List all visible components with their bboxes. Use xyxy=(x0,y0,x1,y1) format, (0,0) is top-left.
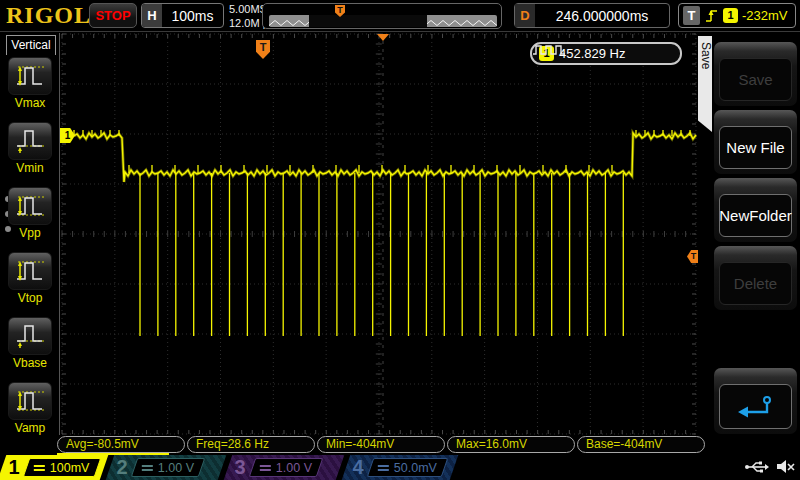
return-button[interactable] xyxy=(719,384,792,429)
vmax-button[interactable] xyxy=(8,57,52,95)
new-folder-button-block: NewFolder xyxy=(714,178,797,242)
frequency-counter: 1 452.829 Hz xyxy=(530,42,682,65)
square-wave-icon xyxy=(532,44,566,56)
frequency-value: 452.829 Hz xyxy=(559,46,626,61)
vpp-measure-icon xyxy=(14,192,46,220)
vbase-label: Vbase xyxy=(0,356,60,370)
measurement-base: Base=-404mV xyxy=(577,436,705,453)
trigger-source-badge: 1 xyxy=(723,8,738,23)
waveform-overview-strip[interactable]: T xyxy=(262,3,502,29)
vbase-button[interactable] xyxy=(8,317,52,355)
channel-status-bar: 1 100mV 2 1.00 V 3 1.00 V xyxy=(0,455,800,480)
channel-2-status[interactable]: 2 1.00 V xyxy=(106,455,227,480)
measurement-max: Max=16.0mV xyxy=(447,436,575,453)
trigger-position-icon xyxy=(377,34,389,41)
channel-3-scale: 1.00 V xyxy=(276,461,312,475)
vmax-label: Vmax xyxy=(0,96,60,110)
vamp-button[interactable] xyxy=(8,382,52,420)
delay-value: 246.000000ms xyxy=(535,8,669,24)
save-button[interactable]: Save xyxy=(719,58,792,101)
vmax-measure-icon xyxy=(14,62,46,90)
channel-1-number: 1 xyxy=(2,456,26,479)
vmin-button[interactable] xyxy=(8,122,52,160)
dc-coupling-icon xyxy=(378,465,389,471)
new-folder-button[interactable]: NewFolder xyxy=(719,194,792,237)
usb-icon xyxy=(744,459,770,475)
delete-button[interactable]: Delete xyxy=(719,262,792,305)
delay-box[interactable]: D 246.000000ms xyxy=(514,3,670,28)
vtop-button[interactable] xyxy=(8,252,52,290)
save-button-block: Save xyxy=(714,42,797,106)
channel-4-scale: 50.0mV xyxy=(394,461,437,475)
channel-3-number: 3 xyxy=(228,456,252,479)
measurement-results-bar: Avg=-80.5mV Freq=28.6 Hz Min=-404mV Max=… xyxy=(0,435,800,455)
horizontal-timebase-box[interactable]: H 100ms xyxy=(141,3,224,28)
delete-button-block: Delete xyxy=(714,246,797,310)
return-button-block xyxy=(714,368,797,434)
measurement-avg: Avg=-80.5mV xyxy=(57,436,185,453)
system-icons xyxy=(744,458,795,475)
vbase-measure-icon xyxy=(14,322,46,350)
channel-2-scale: 1.00 V xyxy=(158,461,194,475)
vpp-label: Vpp xyxy=(0,226,60,240)
vamp-measure-icon xyxy=(14,387,46,415)
edge-trigger-icon xyxy=(704,7,719,25)
trigger-level-value: -232mV xyxy=(742,8,788,23)
menu-tab-label: Save xyxy=(699,42,713,69)
measure-category-title: Vertical xyxy=(6,35,56,55)
measurement-freq: Freq=28.6 Hz xyxy=(187,436,315,453)
waveform-display-area[interactable]: 1 T 1 452.829 Hz T xyxy=(60,33,698,435)
vtop-measure-icon xyxy=(14,257,46,285)
channel-1-scale: 100mV xyxy=(50,461,90,475)
measurement-min: Min=-404mV xyxy=(317,436,445,453)
trigger-info-box[interactable]: T 1 -232mV xyxy=(678,3,796,28)
vamp-label: Vamp xyxy=(0,421,60,435)
trigger-icon-label: T xyxy=(683,6,700,25)
oscilloscope-screen: RIGOL STOP H 100ms 5.00MSa/s 12.0M pts T… xyxy=(0,0,800,480)
new-file-button-block: New File xyxy=(714,110,797,174)
dc-coupling-icon xyxy=(260,465,271,471)
vmin-measure-icon xyxy=(14,127,46,155)
horizontal-icon: H xyxy=(142,4,162,27)
overview-window xyxy=(309,15,427,27)
timebase-value: 100ms xyxy=(162,8,223,24)
dc-coupling-icon xyxy=(34,465,45,471)
return-arrow-icon xyxy=(736,395,776,419)
top-status-bar: RIGOL STOP H 100ms 5.00MSa/s 12.0M pts T… xyxy=(0,0,800,32)
vpp-button[interactable] xyxy=(8,187,52,225)
measure-sidebar: Vertical Vmax Vmin xyxy=(0,33,60,454)
waveform-svg xyxy=(60,33,698,435)
delay-icon: D xyxy=(515,4,535,27)
channel-3-status[interactable]: 3 1.00 V xyxy=(224,455,345,480)
overview-memory-bar xyxy=(269,15,497,27)
channel-2-number: 2 xyxy=(110,456,134,479)
run-stop-status[interactable]: STOP xyxy=(89,3,137,28)
save-menu-sidebar: Save Save New File NewFolder Delete xyxy=(698,32,800,454)
speaker-muted-icon xyxy=(776,458,795,475)
dc-coupling-icon xyxy=(142,465,153,471)
vtop-label: Vtop xyxy=(0,291,60,305)
menu-tab: Save xyxy=(698,36,712,132)
channel-4-status[interactable]: 4 50.0mV xyxy=(342,455,459,480)
channel-4-number: 4 xyxy=(346,456,370,479)
channel-1-status[interactable]: 1 100mV xyxy=(0,455,108,480)
vmin-label: Vmin xyxy=(0,161,60,175)
new-file-button[interactable]: New File xyxy=(719,126,792,169)
rigol-logo: RIGOL xyxy=(6,2,91,29)
